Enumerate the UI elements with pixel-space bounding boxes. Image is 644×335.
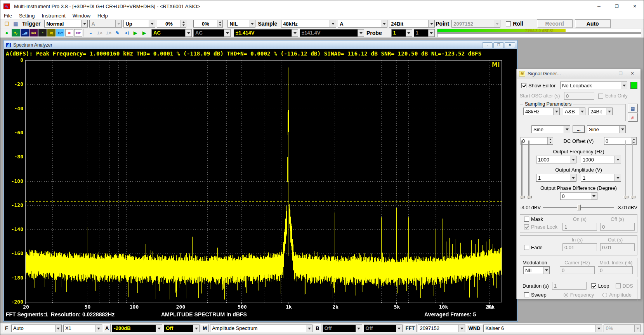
spectrum-analyzer-icon[interactable]: ▁▄▆ xyxy=(21,29,29,36)
sweep-frequency-radio[interactable]: Frequency xyxy=(564,292,594,298)
checkbox-box[interactable] xyxy=(616,283,621,288)
ddp-icon[interactable]: DDP xyxy=(74,29,82,36)
save-icon[interactable]: ▦ xyxy=(12,20,20,28)
fade-in-input[interactable]: 0.01 xyxy=(562,243,597,251)
spinner-arrows-icon[interactable] xyxy=(217,20,222,27)
fade-checkbox[interactable]: Fade xyxy=(524,245,561,250)
generator-bits-select[interactable]: 24Bit xyxy=(588,108,613,115)
roll-checkbox[interactable]: Roll xyxy=(506,21,523,27)
menu-setting[interactable]: Setting xyxy=(16,13,38,19)
hpf-select[interactable]: NIL xyxy=(227,20,255,28)
minimize-button[interactable]: - xyxy=(482,42,493,48)
signal-generator-titlebar[interactable]: ≋ Signal Gener... ─❐✕ xyxy=(517,69,641,78)
dc-offset-a-spinner[interactable]: 0 xyxy=(521,137,553,145)
radio-circle[interactable] xyxy=(602,293,607,297)
close-button[interactable]: ✕ xyxy=(505,42,515,48)
auto-button[interactable]: Auto xyxy=(575,20,610,28)
slider-handle[interactable] xyxy=(577,205,581,210)
trigger-level-spinner[interactable]: 0% xyxy=(157,20,186,28)
sampling-rate-select[interactable]: 48kHz xyxy=(281,20,336,28)
multimeter-icon[interactable]: 888 xyxy=(30,29,38,36)
frequency-b-select[interactable]: 1000 xyxy=(581,156,621,163)
sampling-channel-select[interactable]: A xyxy=(338,20,387,28)
checkbox-box[interactable] xyxy=(506,21,511,26)
restore-button[interactable]: ❐ xyxy=(493,42,504,48)
maximize-button[interactable]: ❐ xyxy=(608,0,626,12)
checkbox-box[interactable] xyxy=(521,83,526,88)
ground-b-icon[interactable]: ⊥B xyxy=(104,29,113,36)
fader-b-right[interactable] xyxy=(632,141,633,199)
trigger-edge-select[interactable]: Up xyxy=(123,20,155,28)
bit-depth-select[interactable]: 24Bit xyxy=(389,20,435,28)
phase-select[interactable]: 0 xyxy=(560,192,597,200)
checkbox-box[interactable] xyxy=(591,283,596,288)
oscilloscope-icon[interactable]: ∿ xyxy=(12,29,20,36)
open-icon[interactable]: ❒ xyxy=(3,20,11,28)
radio-circle[interactable] xyxy=(564,293,568,297)
trigger-source-select[interactable]: A xyxy=(89,20,122,28)
menu-instrument[interactable]: Instrument xyxy=(38,13,69,19)
dds-checkbox[interactable]: DDS xyxy=(616,283,633,289)
fader-a-right[interactable] xyxy=(625,141,626,199)
spectrum-plot[interactable] xyxy=(5,57,516,311)
show-editor-checkbox[interactable]: Show Editor xyxy=(521,83,555,89)
record-button[interactable]: Record xyxy=(537,20,572,28)
echo-only-checkbox[interactable]: Echo Only xyxy=(598,93,628,99)
range-b-select[interactable]: ±141.4V xyxy=(300,29,364,37)
music-notes-icon[interactable]: ♬ xyxy=(628,113,637,122)
menu-window[interactable]: Window xyxy=(69,13,94,19)
range-b-display-select[interactable]: Off xyxy=(323,325,362,332)
reference-a-select[interactable]: Off xyxy=(164,325,200,332)
fade-out-input[interactable]: 0.01 xyxy=(600,243,635,251)
checkbox-box[interactable] xyxy=(598,94,603,99)
loop-checkbox[interactable]: Loop xyxy=(591,283,609,289)
start-osc-input[interactable]: 0 xyxy=(564,92,594,100)
sweep-checkbox[interactable]: Sweep xyxy=(524,292,547,298)
record-points-select[interactable]: 2097152 xyxy=(451,20,500,28)
range-a-select[interactable]: ±1.414V xyxy=(234,29,298,37)
trigger-mode-select[interactable]: Normal xyxy=(44,20,88,28)
probe-calibration-icon[interactable]: ✎ xyxy=(113,29,122,36)
spectrum-titlebar[interactable]: Spectrum Analyzer -❐✕ xyxy=(4,41,517,49)
spectrum-mode-select[interactable]: Amplitude Spectrum xyxy=(210,325,312,332)
mask-checkbox[interactable]: Mask xyxy=(524,216,561,222)
zoom-select[interactable]: X1 xyxy=(63,325,102,332)
menu-help[interactable]: Help xyxy=(94,13,111,19)
amplitude-a-select[interactable]: 1 xyxy=(536,174,576,182)
coupling-a-select[interactable]: AC xyxy=(151,29,192,37)
probe-a-select[interactable]: 1 xyxy=(391,29,412,37)
sweep-icon[interactable]: ≈ xyxy=(65,29,73,36)
fader-b-left[interactable] xyxy=(528,141,529,199)
mask-on-input[interactable]: 1 xyxy=(562,223,597,231)
reference-b-select[interactable]: Off xyxy=(364,325,403,332)
waveform-a-select[interactable]: Sine xyxy=(531,125,570,133)
range-a-display-select[interactable]: -200dB xyxy=(112,325,162,332)
dut-icon[interactable]: DUT xyxy=(56,29,64,36)
balance-slider[interactable] xyxy=(543,207,614,208)
generator-rate-select[interactable]: 48kHz xyxy=(523,108,560,115)
frequency-axis-select[interactable]: Auto xyxy=(11,325,62,332)
modulation-type-select[interactable]: NIL xyxy=(523,266,550,274)
mod-index-input[interactable]: 0 xyxy=(598,266,633,274)
play-loop-icon[interactable]: ▶ xyxy=(140,29,148,36)
ground-a-icon[interactable]: ⊥A xyxy=(95,29,104,36)
save-waveform-icon[interactable]: ▤ xyxy=(628,104,637,112)
app-titlebar[interactable]: ∿ Multi-Instrument Pro 3.8 - [+3DP+DLG+L… xyxy=(0,0,644,12)
trigger-delay-spinner[interactable]: 0% xyxy=(193,20,223,28)
device-test-plan-icon[interactable]: ◔ xyxy=(38,29,47,36)
menu-file[interactable]: File xyxy=(0,13,16,19)
generator-channel-select[interactable]: A&B xyxy=(563,108,585,115)
mask-off-input[interactable]: 0 xyxy=(600,223,635,231)
signal-generator-icon[interactable]: ≋ xyxy=(47,29,56,36)
close-button[interactable]: ✕ xyxy=(626,0,644,12)
generator-run-button[interactable] xyxy=(630,82,637,89)
probe-b-select[interactable]: 1 xyxy=(414,29,435,37)
more-waveform-button[interactable]: ... xyxy=(573,126,585,133)
amplitude-b-select[interactable]: 1 xyxy=(581,174,621,182)
close-button[interactable]: ✕ xyxy=(627,70,638,77)
coupling-b-select[interactable]: AC xyxy=(193,29,231,37)
waveform-b-select[interactable]: Sine xyxy=(587,125,626,133)
minimize-button[interactable]: ─ xyxy=(590,0,608,12)
checkbox-box[interactable] xyxy=(524,217,529,222)
checkbox-box[interactable] xyxy=(524,224,529,229)
